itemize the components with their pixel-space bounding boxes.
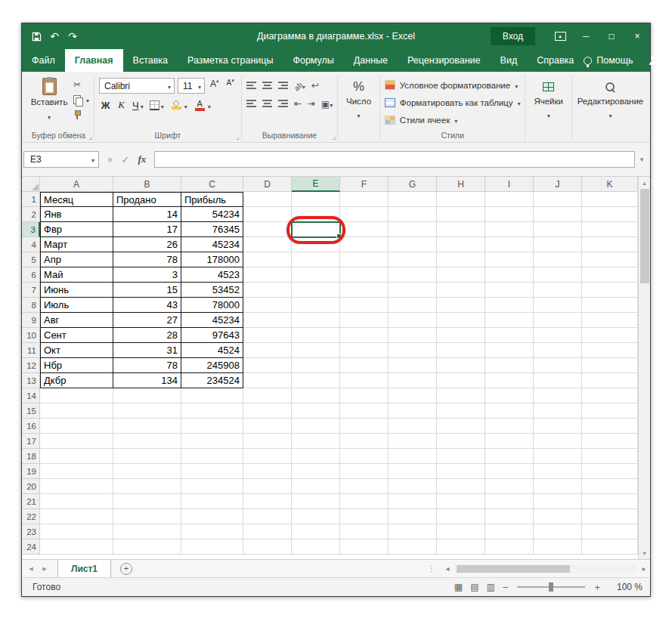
row-header[interactable]: 10 (22, 328, 40, 343)
cell[interactable]: Продано (113, 192, 181, 207)
cell[interactable] (243, 313, 292, 328)
cell[interactable] (340, 267, 389, 283)
cell[interactable] (340, 252, 389, 267)
copy-button[interactable] (73, 94, 89, 106)
cell[interactable] (437, 237, 485, 252)
cell[interactable] (485, 434, 534, 449)
cell[interactable] (243, 328, 292, 343)
cell[interactable] (340, 524, 389, 539)
cell[interactable] (40, 434, 113, 449)
cell[interactable] (292, 192, 340, 207)
cell[interactable] (243, 524, 292, 539)
formula-input[interactable] (154, 151, 635, 168)
cell[interactable] (485, 388, 534, 403)
cell[interactable] (485, 479, 534, 494)
cell[interactable] (292, 464, 340, 479)
cell[interactable] (243, 449, 292, 464)
cell[interactable] (582, 207, 638, 222)
cell[interactable] (243, 298, 292, 313)
horizontal-scrollbar[interactable] (455, 564, 636, 573)
cell[interactable] (582, 539, 638, 555)
fill-color-button[interactable] (169, 97, 189, 113)
cell[interactable] (437, 479, 485, 494)
next-sheet-button[interactable]: ▸ (38, 564, 51, 573)
cell[interactable] (113, 479, 181, 494)
cell[interactable] (534, 328, 582, 343)
cell[interactable] (582, 403, 638, 419)
cell[interactable]: 45234 (181, 237, 243, 252)
cell[interactable] (534, 343, 582, 358)
conditional-formatting-button[interactable]: Условное форматирование (385, 78, 521, 92)
grow-font-button[interactable]: А▴ (208, 79, 221, 94)
row-header[interactable]: 19 (22, 464, 40, 479)
cell[interactable] (437, 403, 485, 419)
cell[interactable] (437, 298, 485, 313)
cell[interactable] (340, 358, 389, 373)
cell[interactable] (534, 388, 582, 403)
cell[interactable] (582, 464, 638, 479)
alignment-dialog-launcher[interactable]: ⌟ (333, 133, 336, 141)
number-format-button[interactable]: % Число (342, 76, 375, 121)
cell[interactable] (340, 207, 389, 222)
cell[interactable] (181, 509, 243, 524)
cell[interactable] (389, 267, 437, 283)
add-sheet-button[interactable]: + (120, 563, 132, 575)
cell[interactable] (582, 449, 638, 464)
row-header[interactable]: 12 (22, 358, 40, 373)
zoom-slider-thumb[interactable] (549, 582, 553, 592)
column-header[interactable]: A (40, 177, 113, 192)
cell[interactable] (437, 207, 485, 222)
font-dialog-launcher[interactable]: ⌟ (236, 133, 240, 141)
cell[interactable]: 54234 (181, 207, 243, 222)
align-right-icon[interactable] (278, 100, 288, 107)
normal-view-button[interactable]: ▦ (454, 582, 463, 592)
ribbon-tab[interactable]: Главная (65, 49, 123, 72)
cell[interactable]: Июль (40, 298, 113, 313)
cell[interactable] (389, 388, 437, 403)
ribbon-tab[interactable]: Рецензирование (398, 49, 491, 72)
cell[interactable] (292, 252, 340, 267)
cell[interactable] (534, 479, 582, 494)
cell[interactable] (485, 267, 534, 283)
cell[interactable]: Июнь (40, 283, 113, 298)
cell[interactable] (292, 328, 340, 343)
cell[interactable] (582, 298, 638, 313)
cell[interactable] (340, 509, 389, 524)
cell[interactable] (243, 252, 292, 267)
column-header[interactable]: K (582, 177, 638, 192)
select-all-corner[interactable] (22, 177, 40, 192)
minimize-button[interactable]: ─ (573, 23, 599, 49)
cell[interactable] (437, 494, 485, 509)
cell[interactable] (534, 509, 582, 524)
scroll-down-button[interactable]: ▾ (639, 547, 650, 559)
ribbon-tab[interactable]: Справка (527, 49, 584, 72)
cell[interactable] (292, 509, 340, 524)
scroll-up-button[interactable]: ▴ (639, 177, 650, 189)
cell[interactable] (485, 419, 534, 434)
cell[interactable] (292, 434, 340, 449)
zoom-level[interactable]: 100 % (608, 582, 643, 592)
align-top-icon[interactable] (246, 82, 256, 89)
page-layout-view-button[interactable]: ▤ (470, 582, 478, 592)
cell[interactable] (113, 539, 181, 555)
cell[interactable] (582, 328, 638, 343)
cell[interactable] (582, 388, 638, 403)
cell[interactable] (389, 373, 437, 388)
font-size-combo[interactable]: 11 (178, 78, 205, 94)
font-family-combo[interactable]: Calibri (99, 78, 175, 94)
cut-button[interactable]: ✂ (73, 79, 89, 91)
cell[interactable] (292, 313, 340, 328)
column-header[interactable]: C (181, 177, 243, 192)
cell[interactable] (534, 207, 582, 222)
cell[interactable]: Март (40, 237, 113, 252)
share-button[interactable]: Поделиться (649, 55, 672, 66)
cell[interactable] (243, 222, 292, 237)
cell[interactable] (389, 494, 437, 509)
cell[interactable]: 14 (113, 207, 181, 222)
cell[interactable] (292, 449, 340, 464)
row-header[interactable]: 16 (22, 419, 40, 434)
cell[interactable] (582, 252, 638, 267)
cell[interactable]: 178000 (181, 252, 243, 267)
clipboard-dialog-launcher[interactable]: ⌟ (88, 133, 92, 141)
cell[interactable]: 4523 (181, 267, 243, 283)
